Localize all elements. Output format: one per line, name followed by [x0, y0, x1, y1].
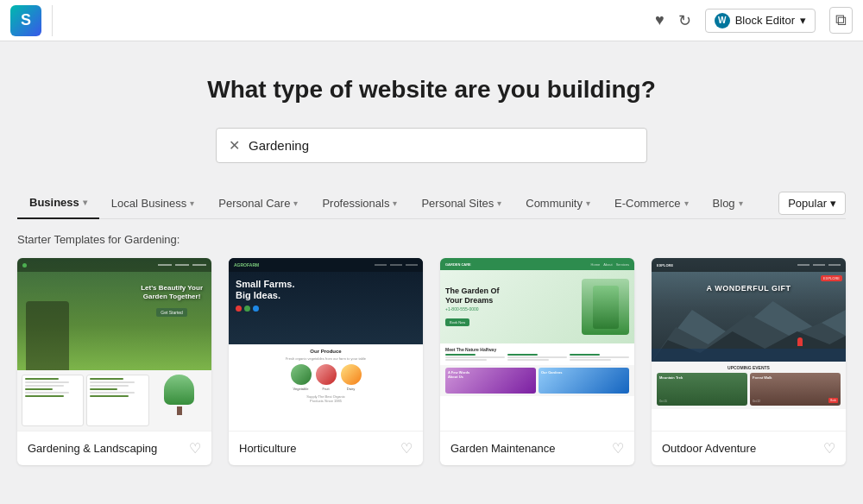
cat-chevron-community: ▾: [586, 198, 590, 208]
heart-icon[interactable]: ♥: [655, 11, 665, 29]
template-card-footer-garden: Gardening & Landscaping ♡: [17, 431, 211, 465]
search-container: ✕: [216, 128, 647, 163]
main-content: What type of website are you building? ✕…: [0, 41, 863, 482]
svg-rect-3: [652, 349, 846, 362]
sort-label: Popular: [788, 197, 827, 210]
search-input[interactable]: [249, 138, 634, 153]
cat-chevron-local-business: ▾: [190, 198, 194, 208]
block-editor-chevron: ▾: [800, 14, 806, 27]
cat-label-business: Business: [29, 196, 79, 209]
refresh-icon[interactable]: ↻: [678, 11, 691, 30]
cat-item-professionals[interactable]: Professionals ▾: [310, 188, 409, 218]
template-card-footer-gmaint: Garden Maintenance ♡: [440, 431, 634, 465]
template-name-outdoor: Outdoor Adventure: [662, 442, 756, 455]
starter-label: Starter Templates for Gardening:: [17, 233, 846, 246]
cat-item-local-business[interactable]: Local Business ▾: [99, 188, 206, 218]
search-input-wrapper: ✕: [216, 128, 647, 163]
block-editor-label: Block Editor: [735, 14, 795, 27]
cat-chevron-ecommerce: ▾: [684, 198, 689, 208]
cat-item-personal-sites[interactable]: Personal Sites ▾: [409, 188, 513, 218]
cat-item-business[interactable]: Business ▾: [17, 187, 99, 219]
template-preview-hort: AGROFARM Small Farms.Big Ideas.: [229, 258, 423, 431]
template-name-gmaint: Garden Maintenance: [450, 442, 555, 455]
cat-label-ecommerce: E-Commerce: [614, 197, 681, 210]
template-card-footer-hort: Horticulture ♡: [229, 431, 423, 465]
block-editor-button[interactable]: W Block Editor ▾: [705, 9, 816, 33]
cat-chevron-blog: ▾: [739, 198, 743, 208]
cat-label-local-business: Local Business: [111, 197, 186, 210]
page-title: What type of website are you building?: [17, 76, 846, 104]
app-logo[interactable]: S: [10, 5, 41, 36]
template-card-horticulture[interactable]: AGROFARM Small Farms.Big Ideas.: [229, 258, 423, 465]
cat-chevron-personal-care: ▾: [293, 198, 298, 208]
cat-label-professionals: Professionals: [322, 197, 389, 210]
heart-icon-garden[interactable]: ♡: [189, 440, 201, 457]
template-preview-garden: Let's Beautify YourGarden Together! Get …: [17, 258, 211, 431]
heart-icon-hort[interactable]: ♡: [400, 440, 413, 457]
cat-chevron-business: ▾: [83, 198, 87, 207]
topbar-divider: [52, 5, 53, 36]
template-preview-outdoor: EXPLORE A WONDERFUL GIFT EXPLORE: [652, 258, 846, 431]
template-name-garden: Gardening & Landscaping: [28, 442, 157, 455]
template-card-outdoor-adventure[interactable]: EXPLORE A WONDERFUL GIFT EXPLORE: [652, 258, 846, 465]
template-preview-gmaint: GARDEN CARE Home About Services The Gard…: [440, 258, 634, 431]
template-grid: Let's Beautify YourGarden Together! Get …: [17, 258, 846, 465]
sort-chevron: ▾: [830, 197, 836, 210]
cat-item-community[interactable]: Community ▾: [513, 188, 602, 218]
template-card-gardening-landscaping[interactable]: Let's Beautify YourGarden Together! Get …: [17, 258, 211, 465]
wordpress-icon: W: [715, 13, 730, 28]
topbar-right: ♥ ↻ W Block Editor ▾ ⧉: [655, 7, 853, 34]
cat-chevron-professionals: ▾: [393, 198, 397, 208]
cat-chevron-personal-sites: ▾: [497, 198, 501, 208]
cat-item-personal-care[interactable]: Personal Care ▾: [206, 188, 310, 218]
template-name-hort: Horticulture: [239, 442, 296, 455]
topbar: S ♥ ↻ W Block Editor ▾ ⧉: [0, 0, 863, 41]
cat-item-ecommerce[interactable]: E-Commerce ▾: [602, 188, 701, 218]
cat-item-blog[interactable]: Blog ▾: [701, 188, 755, 218]
sort-control[interactable]: Popular ▾: [778, 192, 846, 215]
heart-icon-gmaint[interactable]: ♡: [612, 440, 624, 457]
heart-icon-outdoor[interactable]: ♡: [823, 440, 835, 457]
template-card-footer-outdoor: Outdoor Adventure ♡: [652, 431, 846, 465]
category-nav: Business ▾ Local Business ▾ Personal Car…: [17, 187, 846, 219]
cat-label-community: Community: [526, 197, 583, 210]
cat-label-personal-care: Personal Care: [218, 197, 290, 210]
external-link-icon[interactable]: ⧉: [829, 7, 853, 34]
cat-label-blog: Blog: [713, 197, 735, 210]
cat-label-personal-sites: Personal Sites: [421, 197, 494, 210]
search-clear-icon[interactable]: ✕: [229, 137, 240, 154]
template-card-garden-maintenance[interactable]: GARDEN CARE Home About Services The Gard…: [440, 258, 634, 465]
